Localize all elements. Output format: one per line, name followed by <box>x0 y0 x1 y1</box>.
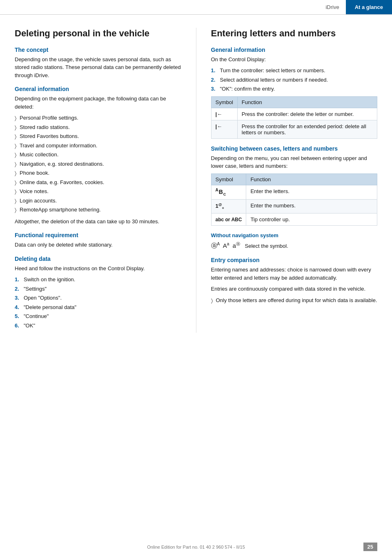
right-general-info-intro: On the Control Display: <box>211 56 378 64</box>
bullet-arrow-icon: 〉 <box>15 160 16 169</box>
symbol-cell: ABC <box>211 185 246 199</box>
list-item: 3.Open "Options". <box>15 294 181 302</box>
page-header: iDrive At a glance <box>0 0 392 15</box>
bullet-arrow-icon: 〉 <box>15 142 16 150</box>
list-item: 〉Music collection. <box>15 151 181 159</box>
deleting-steps-list: 1.Switch on the ignition.2."Settings"3.O… <box>15 276 181 329</box>
table2-col-function: Function <box>246 173 377 185</box>
general-info-text: Depending on the equipment package, the … <box>15 95 181 111</box>
general-info-footer: Altogether, the deletion of the data can… <box>15 218 181 226</box>
symbol-cell: abc or ABC <box>211 213 246 225</box>
list-item: 3."OK": confirm the entry. <box>211 85 378 93</box>
function-cell: Press the controller: delete the letter … <box>237 108 377 120</box>
list-item: 〉Online data, e.g. Favorites, cookies. <box>15 178 181 187</box>
column-divider <box>196 28 196 333</box>
table-row: |←Press the controller: delete the lette… <box>211 108 377 120</box>
footer-text: Online Edition for Part no. 01 40 2 960 … <box>147 545 245 549</box>
list-item: 2."Settings" <box>15 285 181 293</box>
table-row: abc or ABCTip controller up. <box>211 213 377 225</box>
bullet-arrow-icon: 〉 <box>15 114 16 122</box>
step-number: 1. <box>15 276 21 284</box>
right-steps-list: 1.Turn the controller: select letters or… <box>211 67 378 93</box>
list-item: 1.Switch on the ignition. <box>15 276 181 284</box>
page-number: 25 <box>363 543 377 551</box>
symbol-table-1: Symbol Function |←Press the controller: … <box>211 96 378 139</box>
list-item: 2.Select additional letters or numbers i… <box>211 76 378 84</box>
bullet-arrow-icon: 〉 <box>15 188 16 196</box>
table1-col-symbol: Symbol <box>211 96 237 108</box>
list-item: 〉Personal Profile settings. <box>15 114 181 122</box>
table2-col-symbol: Symbol <box>211 173 246 185</box>
bullet-list: 〉Personal Profile settings.〉Stored radio… <box>15 114 181 214</box>
right-column: Entering letters and numbers General inf… <box>211 28 378 333</box>
table2-body: ABCEnter the letters.1@+Enter the number… <box>211 185 377 225</box>
bullet-arrow-icon: 〉 <box>15 169 16 178</box>
table-row: |←Press the controller for an extended p… <box>211 120 377 138</box>
without-nav-symbols: ⓐA Aa aⓐ <box>211 242 240 249</box>
entry-comparison-bullet: Only those letters are offered during in… <box>216 296 377 305</box>
list-item: 4."Delete personal data" <box>15 303 181 311</box>
without-nav-text: Select the symbol. <box>245 243 288 249</box>
bullet-arrow-icon: 〉 <box>15 151 16 159</box>
entry-comparison-bullets: 〉 Only those letters are offered during … <box>211 296 378 305</box>
list-item: 〉Phone book. <box>15 169 181 178</box>
general-info-heading-left: General information <box>15 86 181 92</box>
functional-req-text: Data can only be deleted while stationar… <box>15 241 181 249</box>
list-item: 〉Travel and computer information. <box>15 142 181 150</box>
entry-comparison-text2: Entries are continuously compared with d… <box>211 285 378 293</box>
page-footer: Online Edition for Part no. 01 40 2 960 … <box>0 545 392 549</box>
header-idrive-label: iDrive <box>319 0 345 14</box>
step-number: 6. <box>15 322 21 330</box>
symbol-table-2: Symbol Function ABCEnter the letters.1@+… <box>211 173 378 226</box>
list-item: 1.Turn the controller: select letters or… <box>211 67 378 75</box>
switching-text: Depending on the menu, you can reel betw… <box>211 154 378 170</box>
bullet-arrow-icon: 〉 <box>15 197 16 205</box>
symbol-cell: |← <box>211 108 237 120</box>
list-item: 〉Stored Favorites buttons. <box>15 132 181 141</box>
bullet-arrow-icon: 〉 <box>15 133 16 141</box>
right-page-title: Entering letters and numbers <box>211 28 378 39</box>
list-item: 〉Login accounts. <box>15 197 181 205</box>
step-number: 1. <box>211 67 218 75</box>
list-item: 6."OK" <box>15 322 181 330</box>
functional-req-heading: Functional requirement <box>15 232 181 238</box>
left-column: Deleting personal in the vehicle The con… <box>15 28 181 333</box>
list-item: 〉Voice notes. <box>15 187 181 196</box>
table1-body: |←Press the controller: delete the lette… <box>211 108 377 138</box>
entry-comparison-heading: Entry comparison <box>211 257 378 263</box>
function-cell: Press the controller for an extended per… <box>237 120 377 138</box>
step-number: 5. <box>15 312 21 320</box>
switching-heading: Switching between cases, letters and num… <box>211 145 378 152</box>
bullet-arrow-icon: 〉 <box>211 297 213 305</box>
left-page-title: Deleting personal in the vehicle <box>15 28 181 39</box>
list-item: 〉Navigation, e.g. stored destinations. <box>15 160 181 169</box>
list-item: 5."Continue" <box>15 312 181 320</box>
symbol-cell: 1@+ <box>211 199 246 213</box>
step-number: 3. <box>15 294 21 302</box>
list-item: 〉 Only those letters are offered during … <box>211 296 378 305</box>
bullet-arrow-icon: 〉 <box>15 124 16 132</box>
without-nav-line: ⓐA Aa aⓐ Select the symbol. <box>211 241 378 251</box>
table-row: 1@+Enter the numbers. <box>211 199 377 213</box>
bullet-arrow-icon: 〉 <box>15 179 16 187</box>
table1-col-function: Function <box>237 96 377 108</box>
list-item: 〉RemoteApp smartphone tethering. <box>15 206 181 214</box>
entry-comparison-text1: Entering names and addresses: choice is … <box>211 266 378 282</box>
header-ataglance-label: At a glance <box>346 0 392 14</box>
function-cell: Enter the letters. <box>246 185 377 199</box>
bullet-arrow-icon: 〉 <box>15 206 16 214</box>
function-cell: Tip controller up. <box>246 213 377 225</box>
step-number: 4. <box>15 303 21 311</box>
symbol-cell: |← <box>211 120 237 138</box>
step-number: 2. <box>211 76 218 84</box>
without-nav-heading: Without navigation system <box>211 232 378 238</box>
main-content: Deleting personal in the vehicle The con… <box>0 15 392 349</box>
general-info-heading-right: General information <box>211 47 378 53</box>
step-number: 2. <box>15 285 21 293</box>
deleting-data-heading: Deleting data <box>15 256 181 262</box>
list-item: 〉Stored radio stations. <box>15 123 181 132</box>
table-row: ABCEnter the letters. <box>211 185 377 199</box>
step-number: 3. <box>211 85 218 93</box>
function-cell: Enter the numbers. <box>246 199 377 213</box>
deleting-data-intro: Heed and follow the instructions on the … <box>15 265 181 273</box>
